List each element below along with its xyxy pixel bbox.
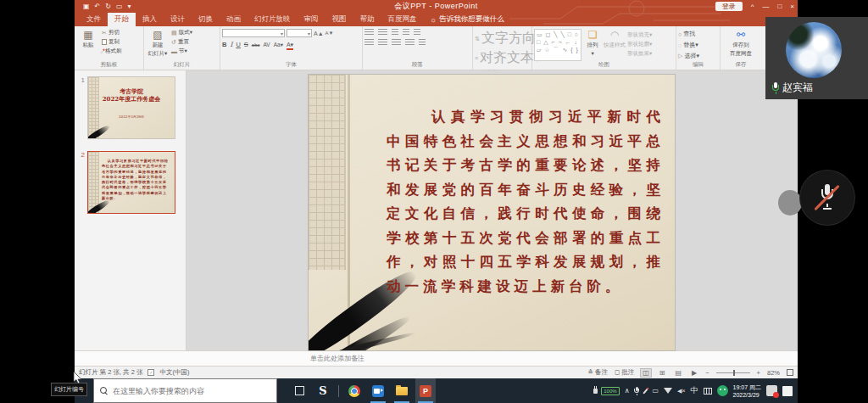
- slide-thumbnail-1[interactable]: 考古学院 2022年度工作务虚会 2022年3月29日: [87, 76, 175, 139]
- mute-microphone-button[interactable]: [800, 171, 854, 225]
- italic-button[interactable]: I: [230, 41, 232, 48]
- arrange-button[interactable]: ❏ 排列▾: [583, 29, 602, 61]
- shape-effects-button[interactable]: 形状效果▾: [627, 50, 652, 58]
- indent-decrease-icon[interactable]: [392, 29, 398, 35]
- shapes-gallery[interactable]: ▭ ◻ ╲ ╲ □ ○ □ △ ⌐ ¬ ← ↓ ▱ ☆ ⌒ ∿ { }: [534, 29, 581, 61]
- bold-button[interactable]: B: [222, 41, 226, 48]
- zoom-slider-thumb[interactable]: [733, 370, 735, 376]
- slide-thumbnail-2[interactable]: 认真学习贯彻习近平新时代中国特色社会主义思想和习近平总书记关于考古学的重要论述，…: [87, 151, 175, 214]
- text-direction-button[interactable]: ⇅文字方向▾: [475, 30, 530, 48]
- find-button[interactable]: ○查找: [678, 30, 718, 38]
- normal-view-icon[interactable]: ◫: [641, 369, 651, 377]
- tab-home[interactable]: 开始: [108, 12, 136, 26]
- chrome-button[interactable]: [344, 378, 364, 403]
- taskbar-search[interactable]: [93, 378, 277, 403]
- tab-baidu-netdisk[interactable]: 百度网盘: [381, 12, 424, 26]
- zoom-level[interactable]: 82%: [767, 369, 780, 377]
- search-input[interactable]: [113, 387, 265, 395]
- numbering-icon[interactable]: [378, 29, 387, 35]
- reading-view-icon[interactable]: ▤: [673, 369, 683, 377]
- save-to-baidu-button[interactable]: ⚯ 保存到百度网盘: [722, 29, 760, 61]
- close-icon[interactable]: ×: [790, 3, 794, 10]
- minimize-icon[interactable]: —: [762, 3, 769, 10]
- participant-video-tile[interactable]: 赵宾福: [765, 17, 868, 99]
- font-size-dropdown[interactable]: ▾: [287, 29, 312, 37]
- strikethrough-button[interactable]: S: [244, 41, 248, 48]
- file-explorer-button[interactable]: [392, 378, 412, 403]
- select-button[interactable]: ▷选择▾: [678, 52, 718, 60]
- line-spacing-icon[interactable]: [414, 29, 420, 35]
- language-indicator[interactable]: 中文(中国): [159, 368, 189, 377]
- clear-formatting-button[interactable]: abc: [252, 42, 260, 48]
- format-painter-button[interactable]: 格式刷: [102, 48, 122, 55]
- indent-increase-icon[interactable]: [403, 29, 409, 35]
- align-text-button[interactable]: ≡对齐文本▾: [475, 49, 530, 67]
- tray-mic-icon[interactable]: [634, 387, 640, 395]
- section-button[interactable]: ▬节▾: [171, 48, 192, 55]
- zoom-slider[interactable]: [716, 372, 750, 373]
- quick-styles-button[interactable]: ◠ 快速样式: [604, 29, 626, 61]
- volume-muted-icon[interactable]: ◀×: [677, 388, 685, 395]
- taskbar-clock[interactable]: 19:07 周二 2022/3/29: [733, 383, 761, 399]
- slide[interactable]: 认真学习贯彻习近平新时代中国特色社会主义思想和习近平总书记关于考古学的重要论述，…: [309, 75, 675, 350]
- tab-transitions[interactable]: 切换: [192, 12, 220, 26]
- new-slide-button[interactable]: ▧ 新建幻灯片▾: [146, 29, 170, 61]
- touch-keyboard-icon[interactable]: [704, 388, 712, 395]
- layout-button[interactable]: ▤版式▾: [171, 29, 192, 36]
- tab-file[interactable]: 文件: [80, 12, 108, 26]
- shape-fill-button[interactable]: 形状填充▾: [627, 31, 652, 39]
- tray-expand-icon[interactable]: ∧: [625, 387, 630, 395]
- tab-slideshow[interactable]: 幻灯片放映: [248, 12, 298, 26]
- slide-sorter-view-icon[interactable]: ⊞: [658, 369, 667, 377]
- floating-handle[interactable]: [778, 190, 802, 215]
- spell-check-icon[interactable]: ✓: [147, 369, 154, 376]
- meeting-app-button[interactable]: [368, 378, 388, 403]
- action-center-icon[interactable]: [782, 386, 793, 396]
- grow-font-button[interactable]: A▲: [314, 31, 324, 36]
- replace-button[interactable]: ◌替换▾: [678, 41, 718, 49]
- fit-to-window-icon[interactable]: [787, 369, 793, 376]
- character-spacing-button[interactable]: AV: [264, 42, 270, 48]
- maximize-icon[interactable]: □: [777, 3, 782, 10]
- wechat-icon[interactable]: [717, 385, 728, 396]
- tab-animations[interactable]: 动画: [220, 12, 248, 26]
- slide-body-text[interactable]: 认真学习贯彻习近平新时代中国特色社会主义思想和习近平总书记关于考古学的重要论述，…: [387, 105, 665, 299]
- tab-help[interactable]: 帮助: [353, 12, 381, 26]
- slideshow-view-icon[interactable]: ▶: [690, 369, 698, 377]
- task-view-button[interactable]: [289, 378, 309, 403]
- battery-indicator[interactable]: 100%: [601, 387, 619, 395]
- notes-pane[interactable]: 单击此处添加备注: [75, 350, 798, 366]
- underline-button[interactable]: U: [236, 41, 240, 48]
- change-case-button[interactable]: Aa▾: [274, 42, 283, 48]
- zoom-out-icon[interactable]: −: [705, 369, 709, 377]
- align-right-icon[interactable]: [392, 39, 401, 45]
- display-icon[interactable]: ▭: [652, 387, 659, 395]
- tab-view[interactable]: 视图: [326, 12, 353, 26]
- tab-design[interactable]: 设计: [164, 12, 192, 26]
- columns-icon[interactable]: [419, 39, 426, 45]
- power-plug-icon[interactable]: [593, 389, 598, 394]
- font-name-dropdown[interactable]: ▾: [222, 29, 285, 37]
- ribbon-display-options-icon[interactable]: ^: [751, 3, 754, 10]
- bullets-icon[interactable]: [364, 29, 374, 35]
- copy-button[interactable]: 复制: [102, 38, 122, 46]
- ime-indicator[interactable]: 中: [691, 385, 698, 396]
- cut-button[interactable]: ✂剪切: [102, 29, 122, 36]
- tab-review[interactable]: 审阅: [298, 12, 326, 26]
- zoom-in-icon[interactable]: +: [757, 369, 760, 377]
- tray-app-badge-icon[interactable]: [766, 385, 777, 396]
- tab-insert[interactable]: 插入: [136, 12, 164, 26]
- pen-icon[interactable]: [643, 387, 649, 394]
- comments-toggle-button[interactable]: ◻ 批注: [615, 368, 634, 377]
- font-color-button[interactable]: A▾: [287, 42, 293, 50]
- app-s-button[interactable]: S: [313, 378, 333, 403]
- shrink-font-button[interactable]: A▼: [326, 31, 334, 36]
- reset-button[interactable]: ↺重置: [171, 38, 192, 46]
- tell-me-box[interactable]: ☼告诉我你想要做什么: [424, 12, 511, 26]
- shape-outline-button[interactable]: 形状轮廓▾: [627, 41, 652, 48]
- login-button[interactable]: 登录: [715, 2, 743, 11]
- notes-toggle-button[interactable]: ≙ 备注: [588, 368, 608, 377]
- align-center-icon[interactable]: [378, 39, 387, 45]
- align-left-icon[interactable]: [364, 39, 374, 45]
- paste-button[interactable]: ▦ 粘贴: [76, 29, 100, 61]
